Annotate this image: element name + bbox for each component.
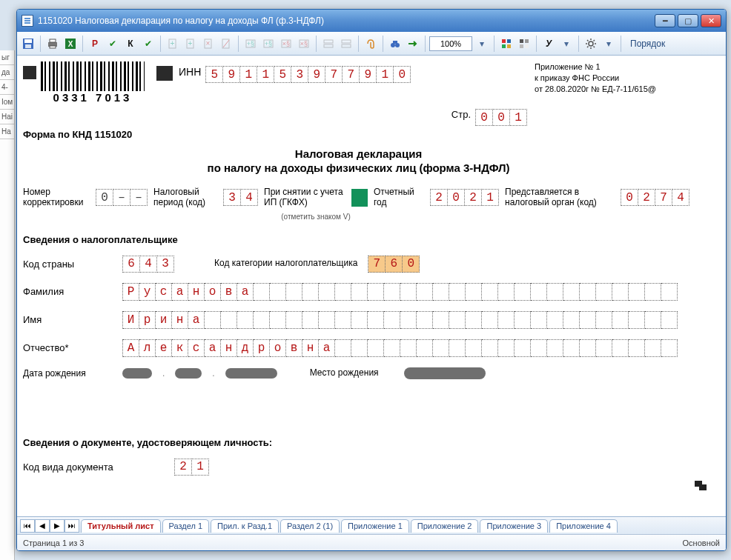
page-scroll[interactable]: 0331 7013 ИНН 591153977910 Приложение № … xyxy=(17,56,726,516)
svg-text:×: × xyxy=(206,39,211,47)
tab-nav-next[interactable]: ▶ xyxy=(50,519,64,533)
clear-page-icon[interactable] xyxy=(218,36,234,52)
redacted-block xyxy=(156,66,173,81)
close-button[interactable]: ✕ xyxy=(701,14,721,27)
add-page2-icon[interactable]: + xyxy=(182,36,199,52)
rows-add-icon[interactable] xyxy=(338,36,354,52)
recalc-button[interactable]: Р xyxy=(87,36,103,52)
add-page-icon[interactable]: + xyxy=(165,36,181,52)
country-code-field[interactable]: 643 xyxy=(122,256,174,273)
minimize-button[interactable]: ━ xyxy=(655,14,675,27)
print-button[interactable] xyxy=(44,36,61,52)
zoom-dropdown-icon[interactable]: ▾ xyxy=(474,36,490,52)
goto-icon[interactable] xyxy=(405,36,421,52)
section-add-icon[interactable]: +§ xyxy=(242,36,259,52)
svg-rect-38 xyxy=(525,44,529,48)
check-k-icon[interactable]: ✔ xyxy=(140,36,156,52)
attachment-info: Приложение № 1 к приказу ФНС России от 2… xyxy=(535,60,694,106)
excel-button[interactable]: X xyxy=(62,36,79,52)
tab-прил.-к-разд.1[interactable]: Прил. к Разд.1 xyxy=(211,519,279,533)
palette2-icon[interactable] xyxy=(516,36,532,52)
gear-dropdown-icon[interactable]: ▾ xyxy=(601,36,617,52)
doc-type-field[interactable]: 21 xyxy=(174,459,209,476)
inn-field[interactable]: 591153977910 xyxy=(205,66,411,83)
svg-text:+: + xyxy=(171,39,175,47)
attachment-icon[interactable] xyxy=(363,36,379,52)
tab-приложение-3[interactable]: Приложение 3 xyxy=(480,519,548,533)
authority-field[interactable]: 0274 xyxy=(621,189,689,206)
save-button[interactable] xyxy=(20,36,36,52)
dob-label: Дата рождения xyxy=(23,368,112,379)
corr-number-field[interactable]: 0–– xyxy=(96,189,148,206)
rows-del-icon[interactable] xyxy=(320,36,337,52)
redacted-pob xyxy=(404,367,486,379)
page-number-field[interactable]: 001 xyxy=(475,109,527,126)
report-year-field[interactable]: 2021 xyxy=(430,189,499,206)
maximize-button[interactable]: ▢ xyxy=(678,14,698,27)
declaration-page: 0331 7013 ИНН 591153977910 Приложение № … xyxy=(23,60,694,490)
barcode-number: 0331 7013 xyxy=(41,91,145,104)
firstname-field[interactable]: Ирина xyxy=(122,311,678,329)
tab-nav-prev[interactable]: ◀ xyxy=(35,519,50,533)
patronymic-field[interactable]: Александровна xyxy=(122,339,678,357)
section-add2-icon[interactable]: +§ xyxy=(260,36,277,52)
svg-rect-24 xyxy=(324,40,333,43)
dereg-note: (отметить знаком V) xyxy=(281,213,350,221)
tab-приложение-1[interactable]: Приложение 1 xyxy=(341,519,409,533)
tab-nav-first[interactable]: ⏮ xyxy=(20,519,35,533)
section-del-icon[interactable]: ×§ xyxy=(278,36,294,52)
k-button[interactable]: К xyxy=(122,36,139,52)
svg-rect-4 xyxy=(50,39,56,42)
svg-rect-33 xyxy=(502,44,506,48)
section-del2-icon[interactable]: ×§ xyxy=(296,36,312,52)
gear-icon[interactable] xyxy=(583,36,599,52)
tab-nav-last[interactable]: ⏭ xyxy=(64,519,79,533)
svg-text:+§: +§ xyxy=(265,40,272,47)
svg-rect-30 xyxy=(393,41,397,44)
u-dropdown-icon[interactable]: ▾ xyxy=(558,36,575,52)
order-button[interactable]: Порядок xyxy=(625,36,670,52)
tab-титульный-лист[interactable]: Титульный лист xyxy=(81,519,161,533)
svg-rect-34 xyxy=(507,44,511,48)
check-p-icon[interactable]: ✔ xyxy=(105,36,121,52)
dereg-label: При снятии с учета ИП (ГКФХ) xyxy=(264,187,347,208)
overlay-corner-icon[interactable] xyxy=(695,481,708,491)
surname-field[interactable]: Русанова xyxy=(122,283,678,301)
u-button[interactable]: У xyxy=(540,36,557,52)
redacted-block xyxy=(23,66,36,79)
tab-приложение-4[interactable]: Приложение 4 xyxy=(549,519,618,533)
tab-раздел-1[interactable]: Раздел 1 xyxy=(162,519,210,533)
dereg-checkbox[interactable] xyxy=(351,189,368,207)
svg-rect-36 xyxy=(525,39,529,43)
svg-rect-37 xyxy=(520,44,523,48)
tax-period-label: Налоговый период (код) xyxy=(153,187,219,208)
svg-rect-25 xyxy=(324,44,333,47)
svg-rect-5 xyxy=(50,46,56,48)
tab-раздел-2-(1)[interactable]: Раздел 2 (1) xyxy=(280,519,340,533)
doc-type-label: Код вида документа xyxy=(23,461,164,473)
del-page-icon[interactable]: × xyxy=(200,36,216,52)
zoom-input[interactable] xyxy=(429,36,472,51)
category-code-field[interactable]: 760 xyxy=(368,256,420,273)
document-icon xyxy=(22,15,33,27)
patronymic-label: Отчество* xyxy=(23,342,112,353)
svg-text:X: X xyxy=(68,40,73,48)
svg-text:+§: +§ xyxy=(247,40,254,47)
palette1-icon[interactable] xyxy=(498,36,515,52)
category-code-label: Код категории налогоплательщика xyxy=(214,259,357,269)
form-code: Форма по КНД 1151020 xyxy=(23,129,694,140)
iddoc-section-heading: Сведения о документе, удостоверяющем лич… xyxy=(23,437,694,448)
titlebar[interactable]: 1151020 Налоговая декларация по налогу н… xyxy=(17,10,726,32)
svg-rect-41 xyxy=(699,484,707,490)
report-year-label: Отчетный год xyxy=(374,187,426,208)
redacted-dob xyxy=(122,368,152,379)
svg-rect-1 xyxy=(24,39,32,43)
tab-приложение-2[interactable]: Приложение 2 xyxy=(411,519,479,533)
binoculars-icon[interactable] xyxy=(387,36,403,52)
svg-rect-27 xyxy=(342,44,351,47)
tax-period-field[interactable]: 34 xyxy=(223,189,258,206)
content-area: 0331 7013 ИНН 591153977910 Приложение № … xyxy=(17,56,726,516)
svg-text:×§: ×§ xyxy=(282,40,290,47)
application-window: 1151020 Налоговая декларация по налогу н… xyxy=(16,9,727,551)
redacted-dob xyxy=(225,368,277,379)
